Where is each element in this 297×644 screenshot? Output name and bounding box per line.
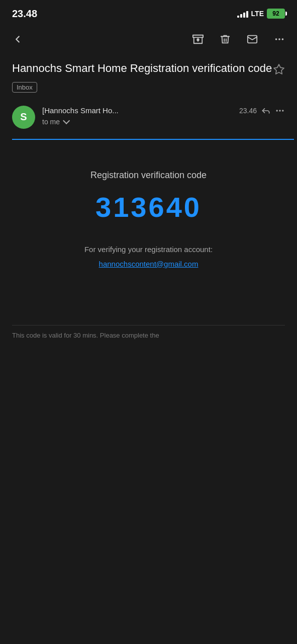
expand-recipients-icon <box>63 117 70 124</box>
signal-bars-icon <box>237 10 248 18</box>
status-right: LTE 92 <box>237 9 285 19</box>
sender-name: [Hannochs Smart Ho... <box>42 106 119 115</box>
signal-bar-2 <box>240 14 242 18</box>
verification-code: 313640 <box>16 191 281 223</box>
sender-row: S [Hannochs Smart Ho... 23.46 to me <box>0 99 297 136</box>
svg-point-9 <box>282 110 283 111</box>
svg-point-8 <box>279 110 280 111</box>
archive-button[interactable] <box>190 32 206 47</box>
email-subject: Hannochs Smart Home Registration verific… <box>12 61 285 76</box>
mail-button[interactable] <box>245 32 260 47</box>
lte-label: LTE <box>251 10 264 18</box>
footer-note: This code is valid for 30 mins. Please c… <box>0 326 297 345</box>
reply-button[interactable] <box>261 106 271 116</box>
svg-rect-0 <box>193 35 203 38</box>
battery-indicator: 92 <box>267 9 285 19</box>
more-options-button[interactable] <box>272 32 287 47</box>
toolbar-right <box>190 32 287 47</box>
delete-button[interactable] <box>218 32 233 47</box>
toolbar-left <box>10 32 25 47</box>
status-time: 23.48 <box>12 8 37 20</box>
inbox-badge: Inbox <box>12 82 37 93</box>
star-button[interactable] <box>273 61 285 77</box>
email-body: Registration verification code 313640 Fo… <box>0 140 297 285</box>
sender-avatar: S <box>12 106 35 129</box>
signal-bar-1 <box>237 16 239 18</box>
sender-time: 23.46 <box>239 107 257 115</box>
svg-point-3 <box>275 38 277 40</box>
email-header: Hannochs Smart Home Registration verific… <box>0 53 297 99</box>
sender-info: [Hannochs Smart Ho... 23.46 to me <box>42 106 285 126</box>
verification-label: Registration verification code <box>16 170 281 181</box>
svg-point-5 <box>282 38 284 40</box>
back-button[interactable] <box>10 32 25 47</box>
svg-marker-6 <box>274 64 284 74</box>
sender-more-button[interactable] <box>275 106 285 116</box>
verify-email-link[interactable]: hannochscontent@gmail.com <box>99 260 199 268</box>
svg-point-4 <box>278 38 280 40</box>
signal-bar-3 <box>243 13 245 18</box>
svg-point-7 <box>276 110 278 111</box>
status-bar: 23.48 LTE 92 <box>0 0 297 25</box>
email-toolbar <box>0 25 297 53</box>
sender-to: to me <box>42 118 285 126</box>
verify-text: For verifying your registration account: <box>16 244 281 256</box>
signal-bar-4 <box>246 11 248 18</box>
battery-level: 92 <box>272 10 279 17</box>
sender-name-row: [Hannochs Smart Ho... 23.46 <box>42 106 285 116</box>
